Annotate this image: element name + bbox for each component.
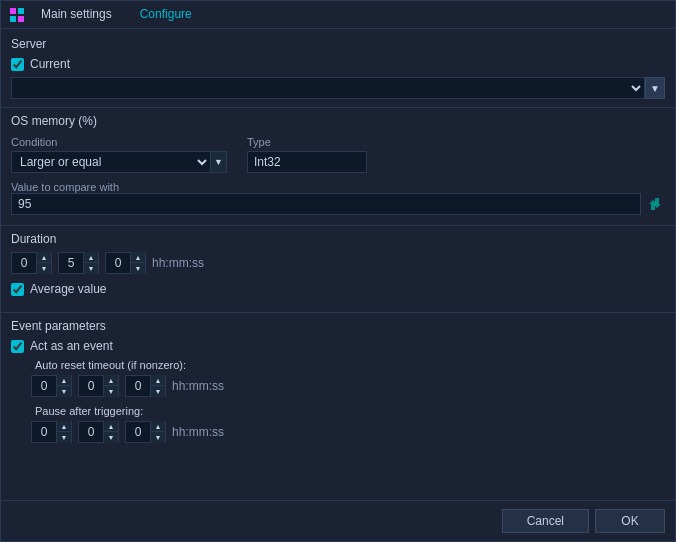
duration-hours-input[interactable] bbox=[12, 252, 36, 274]
condition-field-group: Condition Larger or equal Less than Equa… bbox=[11, 136, 227, 173]
pause-minutes-input[interactable] bbox=[79, 421, 103, 443]
value-input[interactable] bbox=[11, 193, 641, 215]
pause-seconds-arrows: ▲ ▼ bbox=[150, 421, 165, 443]
duration-hours-spinner: ▲ ▼ bbox=[11, 252, 52, 274]
server-dropdown-btn[interactable]: ▼ bbox=[645, 77, 665, 99]
average-value-row: Average value bbox=[11, 282, 665, 296]
pause-minutes-up[interactable]: ▲ bbox=[104, 421, 118, 432]
duration-section: Duration ▲ ▼ ▲ ▼ bbox=[1, 226, 675, 313]
duration-hours-arrows: ▲ ▼ bbox=[36, 252, 51, 274]
value-icon-btn[interactable] bbox=[645, 196, 665, 212]
type-input[interactable] bbox=[247, 151, 367, 173]
auto-reset-seconds-input[interactable] bbox=[126, 375, 150, 397]
svg-rect-3 bbox=[18, 16, 24, 22]
auto-reset-minutes-input[interactable] bbox=[79, 375, 103, 397]
duration-seconds-up[interactable]: ▲ bbox=[131, 252, 145, 263]
pause-hours-up[interactable]: ▲ bbox=[57, 421, 71, 432]
act-as-event-label: Act as an event bbox=[30, 339, 113, 353]
svg-rect-0 bbox=[10, 8, 16, 14]
pause-container: Pause after triggering: ▲ ▼ ▲ ▼ bbox=[31, 405, 665, 443]
bottom-bar: Cancel OK bbox=[1, 500, 675, 541]
pause-seconds-input[interactable] bbox=[126, 421, 150, 443]
server-current-checkbox[interactable] bbox=[11, 58, 24, 71]
server-section: Server Current ▼ bbox=[1, 29, 675, 108]
svg-rect-2 bbox=[10, 16, 16, 22]
auto-reset-minutes-spinner: ▲ ▼ bbox=[78, 375, 119, 397]
auto-reset-seconds-down[interactable]: ▼ bbox=[151, 386, 165, 397]
value-input-wrap bbox=[11, 193, 665, 215]
type-field-group: Type bbox=[247, 136, 367, 173]
server-current-row: Current bbox=[11, 57, 665, 71]
os-memory-section: OS memory (%) Condition Larger or equal … bbox=[1, 108, 675, 226]
auto-reset-hours-input[interactable] bbox=[32, 375, 56, 397]
server-section-title: Server bbox=[11, 37, 665, 51]
server-dropdown[interactable] bbox=[11, 77, 645, 99]
pause-seconds-spinner: ▲ ▼ bbox=[125, 421, 166, 443]
os-memory-title: OS memory (%) bbox=[11, 114, 665, 128]
pause-hours-arrows: ▲ ▼ bbox=[56, 421, 71, 443]
duration-title: Duration bbox=[11, 232, 665, 246]
pause-hours-down[interactable]: ▼ bbox=[57, 432, 71, 443]
ok-button[interactable]: OK bbox=[595, 509, 665, 533]
auto-reset-hours-spinner: ▲ ▼ bbox=[31, 375, 72, 397]
type-label: Type bbox=[247, 136, 367, 148]
pause-hours-input[interactable] bbox=[32, 421, 56, 443]
pause-seconds-down[interactable]: ▼ bbox=[151, 432, 165, 443]
auto-reset-spinners-row: ▲ ▼ ▲ ▼ ▲ bbox=[31, 375, 665, 397]
auto-reset-hours-down[interactable]: ▼ bbox=[57, 386, 71, 397]
condition-select-wrap: Larger or equal Less than Equal Not equa… bbox=[11, 151, 227, 173]
pause-minutes-down[interactable]: ▼ bbox=[104, 432, 118, 443]
tab-main-settings[interactable]: Main settings bbox=[29, 3, 124, 27]
event-section-title: Event parameters bbox=[11, 319, 665, 333]
main-window: Main settings Configure Server Current ▼… bbox=[0, 0, 676, 542]
auto-reset-container: Auto reset timeout (if nonzero): ▲ ▼ ▲ bbox=[31, 359, 665, 397]
window-icon bbox=[9, 7, 25, 23]
duration-seconds-spinner: ▲ ▼ bbox=[105, 252, 146, 274]
duration-spinners-row: ▲ ▼ ▲ ▼ ▲ ▼ bbox=[11, 252, 665, 274]
duration-minutes-input[interactable] bbox=[59, 252, 83, 274]
duration-seconds-arrows: ▲ ▼ bbox=[130, 252, 145, 274]
duration-time-label: hh:mm:ss bbox=[152, 256, 204, 270]
content-area: Server Current ▼ OS memory (%) Condition bbox=[1, 29, 675, 500]
pause-time-label: hh:mm:ss bbox=[172, 425, 224, 439]
pause-minutes-arrows: ▲ ▼ bbox=[103, 421, 118, 443]
value-label: Value to compare with bbox=[11, 181, 665, 193]
pause-seconds-up[interactable]: ▲ bbox=[151, 421, 165, 432]
tab-configure[interactable]: Configure bbox=[128, 3, 204, 27]
auto-reset-seconds-up[interactable]: ▲ bbox=[151, 375, 165, 386]
pause-minutes-spinner: ▲ ▼ bbox=[78, 421, 119, 443]
duration-hours-up[interactable]: ▲ bbox=[37, 252, 51, 263]
condition-select-arrow[interactable]: ▼ bbox=[211, 151, 227, 173]
duration-minutes-down[interactable]: ▼ bbox=[84, 263, 98, 274]
auto-reset-time-label: hh:mm:ss bbox=[172, 379, 224, 393]
average-value-label: Average value bbox=[30, 282, 107, 296]
auto-reset-hours-arrows: ▲ ▼ bbox=[56, 375, 71, 397]
condition-type-row: Condition Larger or equal Less than Equa… bbox=[11, 136, 665, 173]
pause-hours-spinner: ▲ ▼ bbox=[31, 421, 72, 443]
auto-reset-hours-up[interactable]: ▲ bbox=[57, 375, 71, 386]
duration-minutes-spinner: ▲ ▼ bbox=[58, 252, 99, 274]
duration-seconds-input[interactable] bbox=[106, 252, 130, 274]
title-bar: Main settings Configure bbox=[1, 1, 675, 29]
auto-reset-seconds-arrows: ▲ ▼ bbox=[150, 375, 165, 397]
duration-seconds-down[interactable]: ▼ bbox=[131, 263, 145, 274]
server-current-label: Current bbox=[30, 57, 70, 71]
auto-reset-label: Auto reset timeout (if nonzero): bbox=[35, 359, 665, 371]
condition-label: Condition bbox=[11, 136, 227, 148]
condition-select[interactable]: Larger or equal Less than Equal Not equa… bbox=[11, 151, 211, 173]
auto-reset-seconds-spinner: ▲ ▼ bbox=[125, 375, 166, 397]
act-as-event-checkbox[interactable] bbox=[11, 340, 24, 353]
pause-label: Pause after triggering: bbox=[35, 405, 665, 417]
auto-reset-minutes-down[interactable]: ▼ bbox=[104, 386, 118, 397]
duration-minutes-up[interactable]: ▲ bbox=[84, 252, 98, 263]
svg-rect-1 bbox=[18, 8, 24, 14]
auto-reset-minutes-up[interactable]: ▲ bbox=[104, 375, 118, 386]
server-dropdown-row: ▼ bbox=[11, 77, 665, 99]
value-row: Value to compare with bbox=[11, 181, 665, 215]
auto-reset-minutes-arrows: ▲ ▼ bbox=[103, 375, 118, 397]
act-as-event-row: Act as an event bbox=[11, 339, 665, 353]
average-value-checkbox[interactable] bbox=[11, 283, 24, 296]
cancel-button[interactable]: Cancel bbox=[502, 509, 589, 533]
event-section: Event parameters Act as an event Auto re… bbox=[1, 313, 675, 461]
duration-hours-down[interactable]: ▼ bbox=[37, 263, 51, 274]
